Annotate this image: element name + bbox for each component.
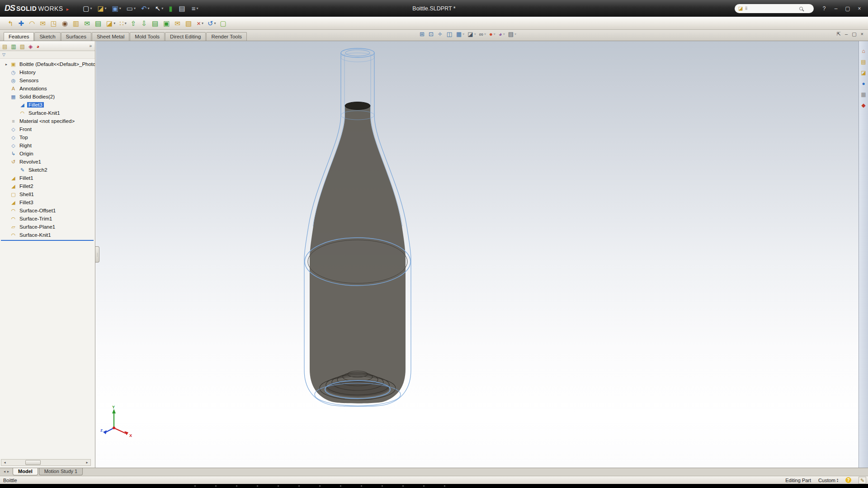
pattern-tool-icon[interactable]: ∷ ▾ [118,18,128,28]
tree-item-fillet3-body[interactable]: ◢ Fillet3 [0,101,95,109]
scroll-thumb[interactable] [25,460,41,465]
zoom-to-area-icon[interactable]: ⊡ [429,31,434,37]
tree-item-right[interactable]: ◇ Right [0,141,95,150]
view-orientation-icon[interactable]: ▦ ▾ [456,31,464,37]
zoom-to-fit-icon[interactable]: ⊞ [420,31,425,37]
document-tab[interactable]: Model [13,468,38,475]
appearances-icon[interactable]: ▦ [861,92,866,97]
view-settings-icon[interactable]: ▤ ▾ [508,31,516,37]
menu-expand-icon[interactable]: ▸ [66,6,69,12]
tree-item-material[interactable]: ≡ Material <not specified> [0,117,95,125]
tree-item-shell1[interactable]: ▢ Shell1 [0,190,95,198]
tree-item-annotations[interactable]: A Annotations [0,84,95,93]
arrow-up-tool-icon[interactable]: ⇧ [129,18,139,28]
scroll-left-icon[interactable]: ◂ [1,460,8,465]
envelope-tool-icon[interactable]: ✉ [173,18,183,28]
hatch-tool-icon[interactable]: ▧ [184,18,194,28]
file-explorer-icon[interactable]: ◪ [861,70,866,75]
design-library-icon[interactable]: ▤ [861,59,866,65]
display-style-icon[interactable]: ◪ ▾ [467,31,476,37]
list-tool-icon[interactable]: ▤ [151,18,160,28]
search-icon[interactable] [799,7,803,10]
view-palette-icon[interactable]: ● [862,81,865,86]
commandmanager-tab[interactable]: Mold Tools [130,32,165,41]
mail-tool-icon[interactable]: ✉ [38,18,48,28]
minimize-button[interactable]: – [830,5,842,12]
magnified-selection-icon[interactable]: ✧ [438,31,443,37]
arrow-down-tool-icon[interactable]: ⇩ [140,18,149,28]
sketch-square-tool-icon[interactable]: ▢ [219,18,229,28]
tree-item-front[interactable]: ◇ Front [0,125,95,133]
open-button[interactable]: ◪ ▾ [95,3,108,14]
tree-item-surface-plane1[interactable]: ▱ Surface-Plane1 [0,223,95,231]
displaymanager-tab-icon[interactable]: ◕ [36,42,39,50]
tree-item-fillet1[interactable]: ◢ Fillet1 [0,174,95,182]
commandmanager-tab[interactable]: Sketch [34,32,60,41]
target-tool-icon[interactable]: ◉ [61,18,70,28]
close-button[interactable]: × [854,5,865,12]
corner-tool-icon[interactable]: ↰ [6,18,16,28]
tags-pencil-icon[interactable]: ✎ [859,477,866,484]
search-scope-icon[interactable]: ◪ [738,5,743,11]
print-button[interactable]: ▭ ▾ [124,3,138,14]
tree-item-root[interactable]: ▸ ▣ Boittle (Default<<Default>_PhotoW [0,60,95,68]
tree-item-surface-knit1-body[interactable]: ◠ Surface-Knit1 [0,109,95,117]
tree-item-surface-knit1[interactable]: ◠ Surface-Knit1 [0,231,95,239]
doc-minimize-icon[interactable]: – [845,32,848,37]
commandmanager-tab[interactable]: Surfaces [61,32,91,41]
send-tool-icon[interactable]: ✉ [83,18,92,28]
doc-pin-icon[interactable]: ⇱ [837,32,841,37]
chevron-right-icon[interactable]: » [89,43,92,48]
document-tab[interactable]: Motion Study 1 [39,468,83,475]
filter-funnel-icon[interactable]: ▽ [2,52,5,57]
scroll-right-icon[interactable]: ▸ [84,460,90,465]
new-document-button[interactable]: ▢ ▾ [80,3,94,14]
tree-filter-bar[interactable]: ▽ [0,51,95,59]
units-spinner-icon[interactable]: ▴ ▾ [837,478,838,483]
dimxpertmanager-tab-icon[interactable]: ◈ [28,42,33,50]
box-tool-icon[interactable]: ▣ [162,18,172,28]
grid-tool-icon[interactable]: ▥ [71,18,81,28]
tree-item-surface-offset1[interactable]: ◠ Surface-Offset1 [0,206,95,215]
commandmanager-tab[interactable]: Features [4,32,34,41]
tree-item-solid-bodies[interactable]: ▦ Solid Bodies(2) [0,93,95,101]
tree-horizontal-scrollbar[interactable]: ◂ ▸ [1,459,91,466]
frame-tool-icon[interactable]: ◳ [49,18,59,28]
help-button[interactable]: ? [818,5,830,12]
search-box[interactable]: ◪ [735,4,814,13]
apply-scene-icon[interactable]: ◕ ▾ [499,31,505,37]
tree-item-sketch2[interactable]: ✎ Sketch2 [0,166,95,174]
units-selector[interactable]: Custom ▴ ▾ [818,478,838,483]
quick-tips-icon[interactable]: ? [845,477,851,483]
save-button[interactable]: ▣ ▾ [110,3,123,14]
scroll-track[interactable] [8,460,84,465]
tree-item-top[interactable]: ◇ Top [0,133,95,141]
tree-item-fillet3[interactable]: ◢ Fillet3 [0,198,95,206]
tree-item-history[interactable]: ◷ History [0,68,95,76]
tab-scroll-left-icon[interactable]: ◂ [4,469,5,474]
rollback-bar[interactable] [1,240,94,241]
panel-splitter-handle[interactable]: ⋮ [95,246,99,263]
undo-button[interactable]: ↶ ▾ [139,3,152,14]
delete-tool-icon[interactable]: × ▾ [195,18,205,28]
edit-appearance-icon[interactable]: ● ▾ [489,31,495,37]
tree-item-surface-trim1[interactable]: ◠ Surface-Trim1 [0,215,95,223]
configurationmanager-tab-icon[interactable]: ▧ [20,42,25,50]
folder-tool-icon[interactable]: ◪ ▾ [105,18,117,28]
move-tool-icon[interactable]: ✚ [17,18,27,28]
options-button[interactable]: ≡ ▾ [189,3,201,14]
sheet-tool-icon[interactable]: ▤ [94,18,104,28]
tree-item-sensors[interactable]: ◎ Sensors [0,76,95,84]
select-button[interactable]: ↖ ▾ [153,3,166,14]
tab-scroll-right-icon[interactable]: ▸ [7,469,9,474]
custom-properties-icon[interactable]: ◆ [861,103,865,108]
search-input[interactable] [745,6,797,11]
graphics-area[interactable]: Y X Z [96,41,859,468]
doc-restore-icon[interactable]: ▢ [852,32,856,37]
propertymanager-tab-icon[interactable]: ▥ [11,42,16,50]
arc-tool-icon[interactable]: ◠ [28,18,37,28]
rotate-tool-icon[interactable]: ↺ ▾ [206,18,217,28]
commandmanager-tab[interactable]: Direct Editing [165,32,206,41]
solidworks-resources-icon[interactable]: ⌂ [862,48,865,54]
bottle-model[interactable] [285,47,430,413]
